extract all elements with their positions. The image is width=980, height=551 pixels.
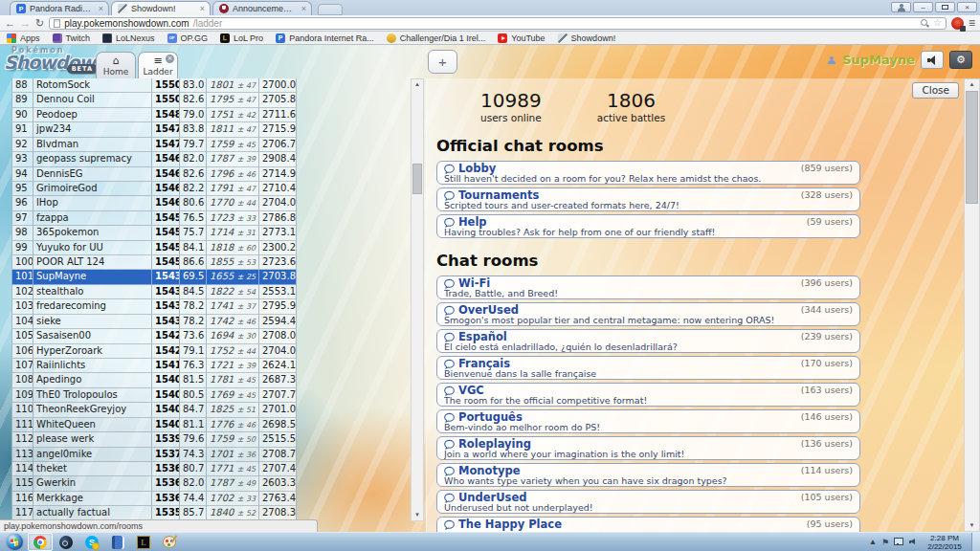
cell-username[interactable]: SupMayne (33, 270, 152, 284)
scrollbar-thumb[interactable] (966, 91, 978, 204)
cell-username[interactable]: theket (33, 462, 152, 476)
bookmark-item[interactable]: LoLNexus (102, 33, 155, 43)
browser-tab[interactable]: Pandora Radio - Listen to × (10, 1, 109, 15)
room-card[interactable]: VGC (163 users) The room for the officia… (436, 383, 860, 407)
cell-username[interactable]: fredarecoming (33, 299, 152, 314)
taskbar-app-button[interactable] (157, 533, 182, 551)
ladder-scrollbar[interactable]: ▲ ▼ (411, 78, 424, 521)
table-row[interactable]: 113 angel0mike 1537 74.3 1701 ± 36 2708.… (11, 448, 304, 462)
bookmark-item[interactable]: YouTube (498, 33, 545, 43)
rooms-scrollbar[interactable]: ▲ ▼ (964, 78, 980, 532)
room-card[interactable]: Tournaments (328 users) Scripted tours a… (436, 187, 860, 211)
tab-ladder[interactable]: ≡ Ladder × (138, 52, 178, 78)
show-desktop-button[interactable] (971, 533, 980, 551)
cell-username[interactable]: sieke (33, 315, 152, 329)
cell-username[interactable]: fzappa (33, 211, 152, 226)
table-row[interactable]: 91 jpw234 1547 83.8 1811 ± 47 2715.9 (11, 122, 304, 137)
table-row[interactable]: 92 Blvdman 1547 79.7 1759 ± 45 2706.7 (11, 138, 304, 152)
table-row[interactable]: 110 TheonReekGreyjoy 1540 84.7 1825 ± 51… (11, 403, 304, 417)
cell-username[interactable]: TheonReekGreyjoy (33, 403, 152, 417)
browser-new-tab-button[interactable] (318, 4, 343, 15)
taskbar-app-button[interactable] (28, 533, 53, 551)
table-row[interactable]: 100 POOR ALT 124 1545 86.6 1855 ± 53 272… (11, 255, 304, 270)
close-panel-button[interactable]: Close (912, 82, 959, 99)
tab-ladder-close-icon[interactable]: × (166, 55, 174, 63)
profile-button[interactable] (891, 2, 911, 12)
back-button[interactable]: ← (5, 16, 15, 31)
refresh-button[interactable]: ↻ (35, 16, 44, 31)
zoom-icon[interactable] (920, 18, 929, 28)
cell-username[interactable]: Sasaisen00 (33, 329, 152, 343)
room-card[interactable]: OverUsed (344 users) Smogon's most popul… (436, 302, 860, 326)
table-row[interactable]: 94 DennisEG 1546 82.6 1796 ± 46 2714.9 (11, 167, 304, 182)
table-row[interactable]: 98 365pokemon 1545 75.7 1714 ± 31 2773.1 (11, 226, 304, 240)
volume-icon[interactable] (909, 538, 918, 546)
table-row[interactable]: 108 Apedingo 1540 81.5 1781 ± 45 2687.3 (11, 373, 304, 387)
cell-username[interactable]: HyperZoroark (33, 344, 152, 359)
username[interactable]: SupMayne (842, 53, 915, 67)
taskbar-clock[interactable]: 2:28 PM 2/22/2015 (923, 534, 967, 551)
cell-username[interactable]: stealthalo (33, 285, 152, 299)
table-row[interactable]: 88 RotomSock 1550 83.0 1801 ± 47 2700.0 (11, 78, 304, 93)
table-row[interactable]: 114 theket 1536 80.7 1771 ± 45 2707.4 (11, 462, 304, 476)
table-row[interactable]: 93 geopass supremacy 1546 82.0 1787 ± 39… (11, 152, 304, 166)
bookmark-item[interactable]: Apps (7, 33, 40, 43)
cell-username[interactable]: please werk (33, 432, 152, 447)
table-row[interactable]: 95 GrimoireGod 1546 82.2 1791 ± 47 2710.… (11, 182, 304, 196)
network-icon[interactable] (894, 538, 904, 546)
table-row[interactable]: 104 sieke 1543 78.2 1742 ± 46 2594.4 (11, 315, 304, 329)
cell-username[interactable]: WhiteQueen (33, 418, 152, 432)
table-row[interactable]: 89 Dennou Coil 1550 82.6 1795 ± 47 2705.… (11, 93, 304, 107)
cell-username[interactable]: Merkkage (33, 492, 152, 506)
table-row[interactable]: 112 please werk 1539 79.6 1759 ± 50 2515… (11, 432, 304, 447)
taskbar-app-button[interactable] (54, 533, 78, 551)
table-row[interactable]: 106 HyperZoroark 1542 79.1 1752 ± 44 270… (11, 344, 304, 359)
table-row[interactable]: 105 Sasaisen00 1542 73.6 1694 ± 30 2708.… (11, 329, 304, 343)
bookmark-star-icon[interactable]: ☆ (933, 18, 942, 28)
table-row[interactable]: 116 Merkkage 1536 74.4 1702 ± 33 2763.4 (11, 492, 304, 506)
room-card[interactable]: Español (239 users) El cielo está enladr… (436, 329, 860, 353)
bookmark-item[interactable]: Pandora Internet Ra... (276, 33, 374, 43)
cell-username[interactable]: 365pokemon (33, 226, 152, 240)
tab-close-icon[interactable]: × (301, 5, 307, 13)
close-window-button[interactable]: × (957, 2, 977, 12)
cell-username[interactable]: lHop (33, 196, 152, 210)
sound-button[interactable] (921, 51, 944, 69)
cell-username[interactable]: GrimoireGod (33, 182, 152, 196)
room-card[interactable]: Wi-Fi (396 users) Trade, Battle, and Bre… (436, 276, 860, 299)
minimize-button[interactable]: – (913, 2, 933, 12)
bookmark-item[interactable]: Showdown! (558, 33, 616, 43)
scrollbar-thumb[interactable] (412, 164, 422, 194)
room-card[interactable]: The Happy Place (95 users) (436, 517, 860, 532)
cell-username[interactable]: angel0mike (33, 448, 152, 462)
room-card[interactable]: Français (170 users) Bienvenue dans la s… (436, 356, 860, 380)
action-center-flag-icon[interactable]: ⚑ (881, 538, 889, 547)
cell-username[interactable]: geopass supremacy (33, 152, 152, 166)
room-card[interactable]: Help (59 users) Having troubles? Ask for… (436, 214, 860, 238)
table-row[interactable]: 111 WhiteQueen 1540 81.1 1776 ± 46 2698.… (11, 418, 304, 432)
cell-username[interactable]: RotomSock (33, 78, 152, 93)
table-row[interactable]: 109 ThE0 Trolopoulos 1540 80.5 1769 ± 45… (11, 388, 304, 403)
maximize-button[interactable] (935, 2, 955, 12)
taskbar-app-button[interactable] (79, 533, 104, 551)
ps-new-room-button[interactable]: + (428, 50, 457, 74)
table-row[interactable]: 90 Peodoep 1548 79.0 1751 ± 42 2711.6 (11, 108, 304, 122)
taskbar-app-button[interactable] (2, 533, 27, 551)
scroll-down-icon[interactable]: ▼ (965, 520, 979, 531)
table-row[interactable]: 103 fredarecoming 1543 78.2 1741 ± 37 27… (11, 299, 304, 314)
tab-close-icon[interactable]: × (98, 5, 104, 13)
room-card[interactable]: Monotype (114 users) Who wants type vari… (436, 463, 860, 487)
cell-username[interactable]: ThE0 Trolopoulos (33, 388, 152, 403)
browser-tab[interactable]: Showdown! × (111, 1, 211, 15)
table-row[interactable]: 97 fzappa 1545 76.5 1723 ± 33 2786.8 (11, 211, 304, 226)
browser-tab[interactable]: Announcement - ORAS O × (212, 1, 312, 15)
room-card[interactable]: UnderUsed (105 users) Underused but not … (436, 490, 860, 514)
address-bar[interactable]: play.pokemonshowdown.com /ladder ☆ (49, 17, 947, 30)
bookmark-item[interactable]: OP.GG (167, 33, 208, 43)
table-row[interactable]: 115 Gwerkin 1536 82.0 1787 ± 49 2603.3 (11, 476, 304, 491)
bookmark-item[interactable]: Challenger/Dia 1 Irel... (387, 33, 486, 43)
room-card[interactable]: Roleplaying (136 users) Join a world whe… (436, 436, 860, 460)
table-row[interactable]: 107 Raiinlichts 1541 76.3 1721 ± 39 2624… (11, 359, 304, 373)
bookmark-item[interactable]: Twitch (53, 33, 91, 43)
cell-username[interactable]: Yuyuko for UU (33, 241, 152, 255)
